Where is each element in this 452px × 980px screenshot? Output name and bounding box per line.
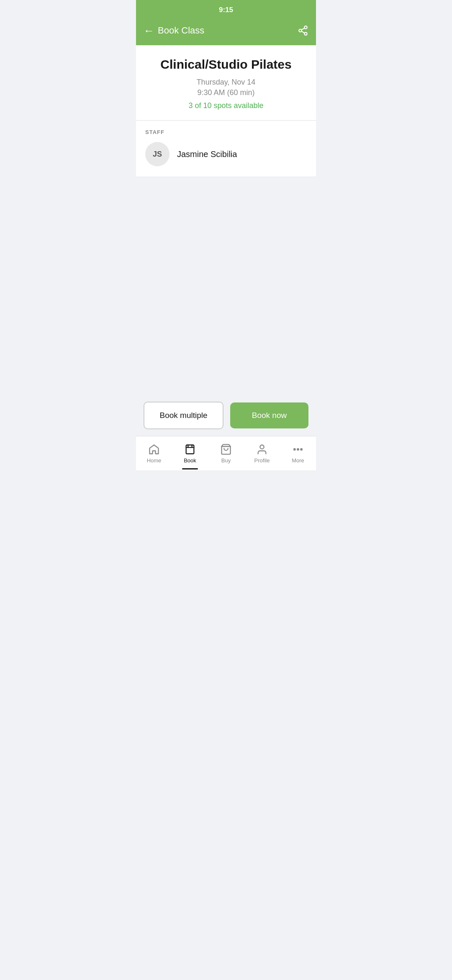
- svg-point-13: [300, 449, 302, 450]
- buy-icon: [220, 444, 232, 455]
- nav-item-book[interactable]: Book: [172, 436, 208, 470]
- bottom-nav: Home Book Buy: [136, 436, 316, 470]
- nav-item-buy[interactable]: Buy: [208, 436, 244, 470]
- class-date: Thursday, Nov 14: [146, 78, 306, 87]
- staff-section: STAFF JS Jasmine Scibilia: [136, 121, 316, 176]
- share-icon: [298, 25, 308, 36]
- nav-label-more: More: [292, 457, 304, 464]
- class-title: Clinical/Studio Pilates: [146, 57, 306, 72]
- class-info-section: Clinical/Studio Pilates Thursday, Nov 14…: [136, 45, 316, 176]
- nav-label-profile: Profile: [254, 457, 270, 464]
- nav-label-buy: Buy: [221, 457, 231, 464]
- svg-line-4: [301, 28, 304, 30]
- back-button[interactable]: ← Book Class: [144, 24, 204, 37]
- status-bar: 9:15: [136, 0, 316, 18]
- profile-icon: [256, 444, 268, 455]
- staff-item: JS Jasmine Scibilia: [145, 142, 307, 166]
- svg-point-11: [294, 449, 295, 450]
- nav-item-home[interactable]: Home: [136, 436, 172, 470]
- book-now-button[interactable]: Book now: [230, 402, 308, 428]
- book-icon: [184, 444, 196, 455]
- more-icon: [292, 444, 304, 455]
- nav-active-indicator: [182, 468, 198, 469]
- class-info: Clinical/Studio Pilates Thursday, Nov 14…: [136, 45, 316, 120]
- svg-rect-5: [186, 445, 194, 454]
- svg-point-10: [260, 445, 264, 449]
- staff-name: Jasmine Scibilia: [177, 150, 237, 159]
- svg-line-3: [301, 31, 304, 33]
- nav-label-home: Home: [147, 457, 162, 464]
- action-buttons: Book multiple Book now: [136, 394, 316, 436]
- spots-available: 3 of 10 spots available: [146, 101, 306, 110]
- staff-label: STAFF: [145, 129, 307, 135]
- class-time: 9:30 AM (60 min): [146, 88, 306, 97]
- share-button[interactable]: [298, 25, 308, 36]
- header-title: Book Class: [158, 25, 204, 36]
- status-time: 9:15: [219, 6, 233, 14]
- book-multiple-button[interactable]: Book multiple: [144, 402, 223, 429]
- nav-item-profile[interactable]: Profile: [244, 436, 280, 470]
- nav-item-more[interactable]: More: [280, 436, 316, 470]
- svg-point-12: [297, 449, 299, 450]
- staff-avatar: JS: [145, 142, 170, 166]
- content-spacer: [136, 176, 316, 394]
- home-icon: [148, 444, 160, 455]
- nav-label-book: Book: [184, 457, 196, 464]
- header: ← Book Class: [136, 18, 316, 45]
- back-arrow-icon: ←: [144, 24, 154, 37]
